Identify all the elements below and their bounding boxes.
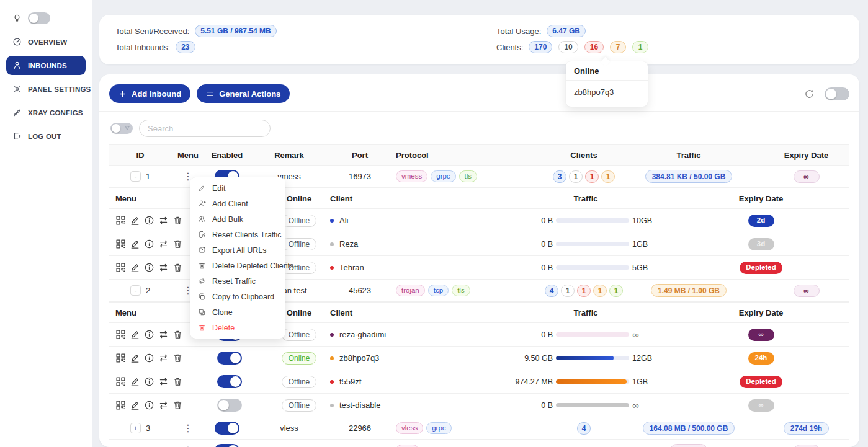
client-enabled-toggle[interactable]	[217, 399, 242, 412]
sidebar-item-label: INBOUNDS	[28, 62, 67, 69]
traffic-used: 0 B	[513, 401, 553, 410]
client-enabled-cell	[186, 399, 273, 412]
file-sync-icon	[198, 231, 206, 239]
clients-count-badge[interactable]: 1	[632, 41, 648, 53]
menu-item-label: Export All URLs	[212, 246, 267, 255]
collapse-button[interactable]: -	[130, 171, 141, 182]
edit-client-icon[interactable]	[130, 353, 140, 363]
client-info-icon[interactable]	[144, 215, 154, 226]
client-info-icon[interactable]	[144, 376, 154, 387]
inbound-protocol-cell: http	[391, 445, 553, 447]
search-input[interactable]	[139, 120, 271, 137]
edit-client-icon[interactable]	[130, 262, 140, 273]
client-status-cell: Offline	[273, 376, 325, 388]
menu-item-clone[interactable]: Clone	[190, 304, 285, 320]
menu-item-label: Clone	[212, 308, 233, 317]
delete-client-icon[interactable]	[172, 376, 183, 387]
qrcode-icon[interactable]	[115, 215, 126, 226]
menu-item-reset-traffic[interactable]: Reset Traffic	[190, 273, 285, 289]
client-status-cell: Online	[273, 352, 325, 365]
menu-item-add-client[interactable]: Add Client	[190, 196, 285, 211]
edit-client-icon[interactable]	[130, 329, 140, 340]
traffic-track	[556, 379, 629, 384]
sidebar-item-overview[interactable]: OVERVIEW	[6, 32, 86, 51]
client-count-badge: 1	[593, 285, 607, 297]
add-inbound-button[interactable]: Add Inbound	[109, 84, 190, 103]
menu-item-add-bulk[interactable]: Add Bulk	[190, 211, 285, 227]
delete-client-icon[interactable]	[172, 400, 183, 410]
client-info-icon[interactable]	[144, 353, 154, 363]
expiry-badge: Depleted	[740, 376, 782, 388]
menu-item-export-all-urls[interactable]: Export All URLs	[190, 242, 285, 258]
client-traffic-cell: 0 B∞	[499, 330, 673, 339]
menu-item-copy-to-clipboard[interactable]: Copy to Clipboard	[190, 289, 285, 304]
user-icon	[12, 61, 22, 70]
edit-client-icon[interactable]	[130, 239, 140, 249]
trash-icon	[198, 324, 206, 332]
qrcode-icon[interactable]	[115, 400, 126, 410]
client-color-dot	[330, 219, 334, 223]
refresh-icon[interactable]	[804, 89, 815, 99]
edit-client-icon[interactable]	[130, 400, 140, 410]
inbound-protocol-cell: trojantcptls	[391, 285, 553, 296]
online-clients-popover: Online zb8hpo7q3	[566, 61, 648, 107]
protocol-tag: tls	[452, 285, 470, 296]
general-actions-button[interactable]: General Actions	[197, 84, 290, 103]
reset-client-traffic-icon[interactable]	[158, 400, 169, 410]
inbound-row: +3⋮vless22966vlessgrpc4164.08 MB / 500.0…	[109, 417, 849, 440]
client-color-dot	[330, 356, 334, 360]
collapse-button[interactable]: -	[130, 285, 141, 296]
column-header: Enabled	[205, 151, 249, 160]
qrcode-icon[interactable]	[115, 239, 126, 249]
sidebar-item-log-out[interactable]: LOG OUT	[6, 126, 86, 146]
client-info-icon[interactable]	[144, 400, 154, 410]
client-traffic-cell: 0 B5GB	[499, 263, 673, 272]
theme-toggle[interactable]	[28, 12, 50, 24]
client-info-icon[interactable]	[144, 329, 154, 340]
qrcode-icon[interactable]	[115, 353, 126, 363]
client-info-icon[interactable]	[144, 262, 154, 273]
clients-count-badge[interactable]: 7	[610, 41, 626, 53]
menu-item-reset-clients-traffic[interactable]: Reset Clients Traffic	[190, 227, 285, 242]
clients-count-badge[interactable]: 16	[584, 41, 604, 53]
reset-client-traffic-icon[interactable]	[158, 353, 169, 363]
reset-client-traffic-icon[interactable]	[158, 376, 169, 387]
reset-client-traffic-icon[interactable]	[158, 215, 169, 226]
expand-button[interactable]: +	[130, 423, 141, 433]
qrcode-icon[interactable]	[115, 329, 126, 340]
client-enabled-toggle[interactable]	[217, 375, 242, 388]
menu-item-delete-depleted-clients[interactable]: Delete Depleted Clients	[190, 258, 285, 273]
sidebar-item-panel-settings[interactable]: PANEL SETTINGS	[6, 79, 86, 99]
inbound-enabled-toggle[interactable]	[215, 444, 239, 447]
traffic-progress: 0 B5GB	[513, 263, 658, 272]
edit-client-icon[interactable]	[130, 376, 140, 387]
sidebar-item-inbounds[interactable]: INBOUNDS	[6, 56, 86, 75]
menu-item-label: Edit	[212, 184, 226, 193]
reset-client-traffic-icon[interactable]	[158, 239, 169, 249]
reset-client-traffic-icon[interactable]	[158, 262, 169, 273]
menu-item-edit[interactable]: Edit	[190, 180, 285, 196]
more-actions-icon[interactable]: ⋮	[181, 423, 195, 433]
clients-count-badge[interactable]: 10	[558, 41, 578, 53]
reset-client-traffic-icon[interactable]	[158, 329, 169, 340]
inbound-enabled-toggle[interactable]	[215, 422, 239, 435]
expiry-badge: ∞	[748, 329, 774, 341]
clients-count-badge[interactable]: 170	[529, 41, 552, 53]
inbound-remark: vless	[249, 423, 329, 433]
delete-client-icon[interactable]	[172, 329, 183, 340]
delete-client-icon[interactable]	[172, 353, 183, 363]
edit-client-icon[interactable]	[130, 215, 140, 226]
qrcode-icon[interactable]	[115, 262, 126, 273]
delete-client-icon[interactable]	[172, 215, 183, 226]
client-count-badge: 1	[585, 170, 599, 183]
sidebar-item-xray-configs[interactable]: XRAY CONFIGS	[6, 103, 86, 122]
auto-refresh-toggle[interactable]	[825, 87, 849, 100]
delete-client-icon[interactable]	[172, 262, 183, 273]
qrcode-icon[interactable]	[115, 376, 126, 387]
client-enabled-toggle[interactable]	[217, 352, 242, 365]
filter-toggle[interactable]	[110, 123, 133, 134]
menu-item-delete[interactable]: Delete	[190, 320, 285, 335]
client-info-icon[interactable]	[144, 239, 154, 249]
pencil-icon	[198, 184, 206, 192]
delete-client-icon[interactable]	[172, 239, 183, 249]
